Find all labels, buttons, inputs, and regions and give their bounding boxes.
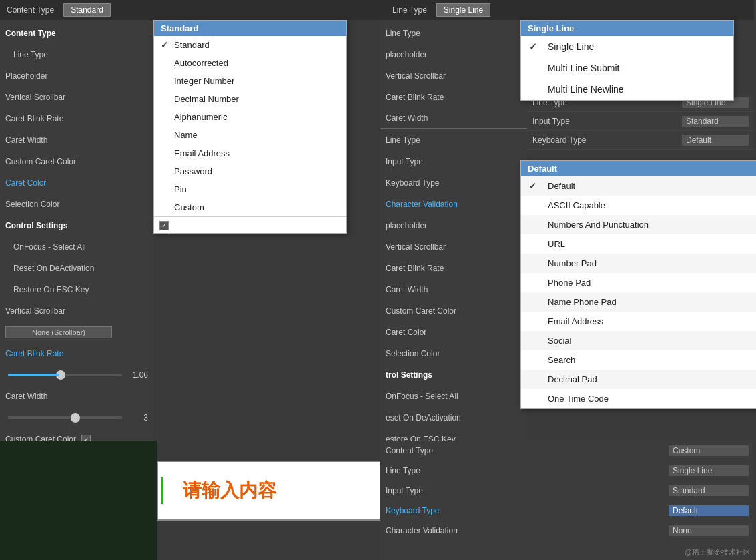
content-type-dropdown-header: Standard xyxy=(154,21,346,36)
line-type-header: Single Line xyxy=(521,21,733,36)
mid-input-type: Input Type xyxy=(380,151,527,172)
kb-numbers-punct[interactable]: Numbers And Punctuation xyxy=(521,215,756,234)
mid-vertical-scrollbar: Vertical Scrollbar xyxy=(380,65,527,87)
mid-vert-scroll-2: Vertical Scrollbar xyxy=(380,236,527,258)
top-bar-left: Content Type Standard xyxy=(0,0,380,20)
mid-caret-width: Caret Width xyxy=(380,108,527,129)
kb-default[interactable]: Default xyxy=(521,176,756,196)
left-line-type: Line Type xyxy=(0,44,153,65)
br-line-type: Line Type Single Line xyxy=(380,461,754,481)
watermark: @稀土掘金技术社区 xyxy=(685,547,751,557)
kb-phone-pad[interactable]: Phone Pad xyxy=(521,273,756,292)
kb-decimal-pad[interactable]: Decimal Pad xyxy=(521,370,756,389)
dropdown-item-alphanumeric[interactable]: Alphanumeric xyxy=(154,108,346,126)
left-placeholder: Placeholder xyxy=(0,65,153,87)
left-caret-width: Caret Width xyxy=(0,129,153,151)
mid-reset-deact: eset On DeActivation xyxy=(380,407,527,429)
dropdown-item-standard[interactable]: Standard xyxy=(154,36,346,54)
br-input-type: Input Type Standard xyxy=(380,481,754,501)
none-scrollbar-btn[interactable]: None (Scrollbar) xyxy=(5,326,112,338)
left-caret-color: Caret Color xyxy=(0,172,153,194)
br-line-type-value: Single Line xyxy=(669,465,749,476)
prop-input-type: Input Type Standard xyxy=(527,112,754,131)
keyboard-dropdown-header: Default xyxy=(521,161,756,176)
br-char-validation: Character Validation None xyxy=(380,521,754,541)
kb-ascii[interactable]: ASCII Capable xyxy=(521,196,756,215)
dropdown-item-email[interactable]: Email Address xyxy=(154,144,346,162)
vertical-scrollbar-row: Vertical Scrollbar xyxy=(0,300,153,322)
caret-width-label: Caret Width xyxy=(0,386,153,407)
mid-caret-color-2: Caret Color xyxy=(380,322,527,343)
br-content-type: Content Type Custom xyxy=(380,441,754,461)
mid-caret-blink-2: Caret Blink Rate xyxy=(380,258,527,279)
bottom-bg-left xyxy=(0,441,157,560)
dropdown-item-autocorrected[interactable]: Autocorrected xyxy=(154,54,346,72)
left-custom-caret-color: Custom Caret Color xyxy=(0,151,153,172)
lt-multi-submit[interactable]: Multi Line Submit xyxy=(521,57,733,79)
caret-blink-rate-label: Caret Blink Rate xyxy=(0,343,153,364)
lt-single-line[interactable]: Single Line xyxy=(521,36,733,57)
prop-keyboard-type: Keyboard Type Default xyxy=(527,131,754,150)
br-keyboard-type: Keyboard Type Default xyxy=(380,501,754,521)
kb-email-address[interactable]: Email Address xyxy=(521,312,756,331)
left-vertical-scrollbar: Vertical Scrollbar xyxy=(0,87,153,108)
mid-placeholder-2: placeholder xyxy=(380,215,527,236)
mid-onfocus-2: OnFocus - Select All xyxy=(380,386,527,407)
mid-control-settings: trol Settings xyxy=(380,364,527,386)
mid-keyboard-type: Keyboard Type xyxy=(380,172,527,194)
prop-input-type-value: Standard xyxy=(682,116,749,127)
br-char-validation-value: None xyxy=(669,525,749,536)
br-input-type-value: Standard xyxy=(669,485,749,496)
left-content-type-header: Content Type xyxy=(0,23,153,44)
kb-social[interactable]: Social xyxy=(521,331,756,350)
mid-custom-caret-2: Custom Caret Color xyxy=(380,300,527,322)
left-caret-blink-rate: Caret Blink Rate xyxy=(0,108,153,129)
line-type-label: Line Type xyxy=(386,5,434,15)
br-keyboard-type-value: Default xyxy=(669,505,749,516)
bottom-right-panel: Content Type Custom Line Type Single Lin… xyxy=(380,441,754,560)
dropdown-item-password[interactable]: Password xyxy=(154,162,346,180)
mid-caret-width-2: Caret Width xyxy=(380,279,527,300)
br-content-type-value: Custom xyxy=(669,445,749,456)
standard-dropdown-btn[interactable]: Standard xyxy=(63,3,111,17)
mid-panel: Line Type placeholder Vertical Scrollbar… xyxy=(380,20,527,461)
mid-line-type-2: Line Type xyxy=(380,129,527,151)
content-type-label: Content Type xyxy=(0,5,61,15)
top-bar-right: Line Type Single Line xyxy=(380,0,754,20)
line-type-dropdown: Single Line Single Line Multi Line Submi… xyxy=(520,20,734,101)
kb-name-phone-pad[interactable]: Name Phone Pad xyxy=(521,292,756,312)
prop-keyboard-type-value: Default xyxy=(682,135,749,146)
mid-caret-blink-rate: Caret Blink Rate xyxy=(380,87,527,108)
dropdown-checkbox[interactable]: ✓ xyxy=(159,221,169,230)
mid-selection-color-2: Selection Color xyxy=(380,343,527,364)
caret-blink-slider[interactable]: 1.06 xyxy=(0,364,153,386)
dropdown-item-integer[interactable]: Integer Number xyxy=(154,72,346,90)
left-restore-on-esc: Restore On ESC Key xyxy=(0,279,153,300)
right-prop-panel: Line Type Single Line Input Type Standar… xyxy=(527,93,754,150)
lt-multi-newline[interactable]: Multi Line Newline xyxy=(521,79,733,100)
kb-one-time-code[interactable]: One Time Code xyxy=(521,389,756,408)
mid-line-type: Line Type xyxy=(380,23,527,44)
caret-width-slider[interactable]: 3 xyxy=(0,407,153,429)
input-preview: 请输入内容 xyxy=(157,461,384,521)
kb-search[interactable]: Search xyxy=(521,350,756,370)
left-control-settings: Control Settings xyxy=(0,215,153,236)
keyboard-type-dropdown: Default Default ASCII Capable Numbers An… xyxy=(520,160,756,409)
dropdown-item-decimal[interactable]: Decimal Number xyxy=(154,90,346,108)
left-reset-on-deact: Reset On DeActivation xyxy=(0,258,153,279)
dropdown-item-pin[interactable]: Pin xyxy=(154,180,346,198)
line-type-dropdown-btn[interactable]: Single Line xyxy=(436,3,490,17)
kb-url[interactable]: URL xyxy=(521,234,756,254)
left-panel: Content Type Line Type Placeholder Verti… xyxy=(0,20,153,441)
mid-placeholder: placeholder xyxy=(380,44,527,65)
content-type-dropdown: Standard Standard Autocorrected Integer … xyxy=(153,20,347,234)
left-selection-color-1: Selection Color xyxy=(0,194,153,215)
dropdown-item-name[interactable]: Name xyxy=(154,126,346,144)
mid-char-validation: Character Validation xyxy=(380,194,527,215)
input-preview-text: 请输入内容 xyxy=(163,478,276,503)
kb-number-pad[interactable]: Number Pad xyxy=(521,254,756,273)
dropdown-item-custom[interactable]: Custom xyxy=(154,198,346,216)
left-onfocus: OnFocus - Select All xyxy=(0,236,153,258)
